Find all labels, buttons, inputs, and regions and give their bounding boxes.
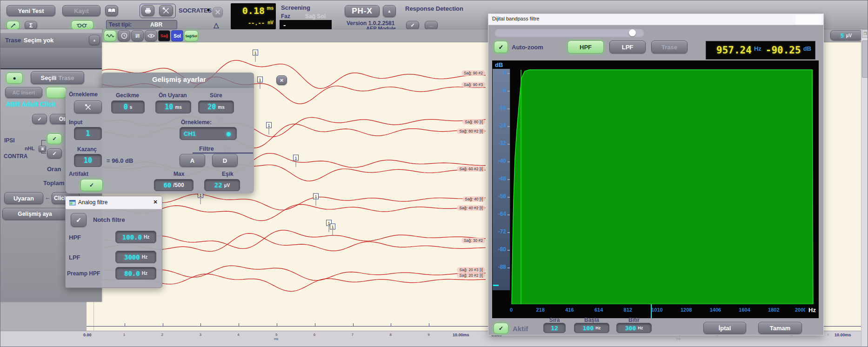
hpf-tab-button[interactable]: HPF bbox=[568, 40, 604, 53]
zoom-slider-knob[interactable] bbox=[629, 29, 636, 36]
lpf-tab-button[interactable]: LPF bbox=[609, 40, 646, 53]
artifact-checkbox[interactable]: ✓ bbox=[80, 179, 103, 191]
trace-label[interactable]: Sağ: 40 #2 [I] bbox=[457, 205, 485, 211]
gain-value: 10 bbox=[84, 156, 92, 165]
split-view-button[interactable]: I/I bbox=[131, 30, 144, 41]
delay-label: Gecikme bbox=[116, 92, 139, 99]
timer-button[interactable] bbox=[118, 30, 130, 41]
review-glasses-button[interactable] bbox=[71, 20, 93, 30]
contra-bracket bbox=[41, 153, 46, 153]
nhl-mini-button[interactable] bbox=[39, 146, 46, 152]
analog-lpf-field[interactable]: 3000 Hz bbox=[115, 251, 156, 263]
vertical-scrollbar[interactable]: ❐ bbox=[861, 29, 868, 347]
trace-label[interactable]: Sağ: 90 #2 bbox=[461, 70, 485, 76]
new-test-button[interactable]: Yeni Test bbox=[7, 5, 55, 16]
visibility-button[interactable] bbox=[145, 30, 157, 41]
trace-label[interactable]: Sağ: 20 #3 [I] bbox=[457, 267, 485, 273]
db-tick-label: -88 bbox=[492, 264, 506, 270]
scale-button[interactable]: 5 µV bbox=[830, 30, 862, 40]
auto-zoom-checkbox[interactable]: ✓ bbox=[494, 41, 508, 53]
right-ear-button[interactable]: Sağ bbox=[158, 30, 170, 41]
response-detection-check-button[interactable]: ✓ bbox=[406, 21, 419, 30]
trace-label[interactable]: Sağ: 20 #2 [I] bbox=[457, 273, 485, 278]
trace-collapse-button[interactable]: ▲ bbox=[89, 35, 100, 45]
advanced-dialog-titlebar[interactable]: Gelişmiş ayarlar × bbox=[102, 73, 254, 88]
trace-label[interactable]: Sağ: 30 #2 bbox=[461, 238, 485, 243]
freq-tick-label: 2000 bbox=[795, 307, 805, 313]
trace-label[interactable]: Sağ: 80 #2 [I] bbox=[457, 128, 485, 134]
trace-label[interactable]: Sağ: 90 #3 bbox=[461, 82, 485, 87]
preamp-hpf-unit: Hz bbox=[142, 271, 147, 276]
analog-hpf-field[interactable]: 100.0 Hz bbox=[115, 231, 156, 243]
wave-view-button[interactable] bbox=[104, 30, 116, 41]
trace-label[interactable]: Sağ: 40 [I] bbox=[462, 196, 485, 202]
left-ear-button[interactable]: Sol bbox=[171, 30, 183, 41]
prestim-field[interactable]: 10 ms bbox=[155, 100, 191, 113]
filter-spectrum-plot[interactable]: dB 0-8-16-24-32-40-48-56-64-72-80-88 bbox=[492, 60, 819, 304]
order-field[interactable]: 12 bbox=[543, 323, 566, 333]
readout-frequency-unit: Hz bbox=[754, 45, 761, 52]
start-field[interactable]: 100 Hz bbox=[574, 323, 609, 333]
sampling-tools-button[interactable] bbox=[74, 100, 102, 113]
filter-a-button[interactable]: A bbox=[180, 154, 205, 167]
ipsi-checkbox[interactable]: ✓ bbox=[47, 133, 62, 144]
time-tick-mark bbox=[125, 323, 125, 326]
zoom-slider[interactable] bbox=[494, 28, 645, 37]
socrates-settings-button[interactable] bbox=[213, 7, 223, 17]
analog-hpf-value: 100.0 bbox=[122, 234, 142, 241]
latency-value: 0.18 bbox=[242, 5, 265, 16]
close-icon[interactable]: × bbox=[154, 198, 157, 206]
response-detection-more-button[interactable]: ... bbox=[425, 21, 438, 30]
ok-button[interactable]: Tamam bbox=[758, 322, 802, 334]
phx-button[interactable]: PH-X bbox=[345, 5, 380, 17]
titlebar-buttons[interactable] bbox=[795, 15, 821, 24]
analog-dialog-titlebar[interactable]: Analog filtre × bbox=[66, 196, 162, 209]
protocol-name[interactable]: ABR Adult Click bbox=[6, 100, 56, 108]
preamp-hpf-field[interactable]: 80.0 Hz bbox=[115, 267, 156, 280]
trace-label[interactable]: Sağ: 60 #2 [I] bbox=[457, 166, 485, 172]
stimulus-label: Uyaran bbox=[13, 195, 34, 202]
advanced-settings-label: Gelişmiş aya bbox=[18, 211, 52, 217]
scale-value: 5 bbox=[841, 32, 844, 39]
stimulus-button[interactable]: Uyaran bbox=[4, 192, 43, 204]
test-type-field[interactable]: Test tipi: ABR bbox=[106, 20, 177, 29]
record-button[interactable]: Kayıt bbox=[62, 5, 100, 16]
time-tick-label-faint: 9 bbox=[827, 333, 829, 337]
artifact-max-field[interactable]: 60 /500 bbox=[154, 179, 194, 191]
collapse-panel-button[interactable]: ▲ bbox=[383, 5, 396, 17]
db-tick-mark bbox=[507, 250, 510, 251]
ac-insert-button[interactable]: AC Insert bbox=[5, 87, 42, 98]
gain-field[interactable]: 10 bbox=[74, 154, 102, 167]
notch-checkbox[interactable]: ✓ bbox=[71, 213, 87, 227]
auto-check-button[interactable]: ✓ bbox=[32, 114, 47, 124]
db-tick-mark bbox=[507, 214, 510, 215]
cancel-button[interactable]: İptal bbox=[703, 322, 746, 334]
active-checkbox[interactable]: ✓ bbox=[494, 323, 508, 334]
threshold-field[interactable]: 22 µV bbox=[204, 179, 240, 191]
end-field[interactable]: 300 Hz bbox=[616, 323, 652, 333]
scrollbar-top-button[interactable]: ❐ bbox=[862, 29, 868, 38]
contra-checkbox[interactable]: ✓ bbox=[47, 148, 62, 159]
print-button[interactable] bbox=[141, 5, 154, 16]
delay-field[interactable]: 0 s bbox=[111, 100, 145, 113]
trace-tab-button[interactable]: Trase bbox=[651, 40, 688, 53]
filter-d-button[interactable]: D bbox=[212, 154, 238, 167]
duration-field[interactable]: 20 ms bbox=[198, 100, 234, 113]
bandpass-titlebar[interactable]: Dijital bandpass filtre bbox=[488, 14, 823, 25]
advanced-close-button[interactable]: × bbox=[276, 75, 287, 85]
record-trace-button[interactable]: ● bbox=[6, 73, 23, 84]
both-ears-button[interactable]: Sağ/Sol bbox=[184, 30, 198, 41]
time-tick-label: 6 bbox=[314, 333, 315, 337]
tools-button[interactable] bbox=[159, 5, 173, 16]
trace-label[interactable]: Sağ: 80 [I] bbox=[462, 119, 485, 125]
db-tick-mark bbox=[507, 73, 510, 74]
manual-button[interactable] bbox=[105, 5, 118, 16]
scrollbar-thumb[interactable] bbox=[862, 40, 868, 78]
advanced-settings-button[interactable]: Gelişmiş aya bbox=[2, 208, 67, 220]
cursor-tool-button[interactable] bbox=[7, 21, 20, 30]
input-field[interactable]: 1 bbox=[74, 127, 102, 140]
sum-tool-button[interactable]: Σ bbox=[25, 21, 37, 30]
trace-list-panel[interactable] bbox=[0, 48, 102, 69]
transducer-button[interactable] bbox=[46, 87, 67, 98]
channel-dropdown[interactable]: CH1 bbox=[180, 127, 237, 140]
